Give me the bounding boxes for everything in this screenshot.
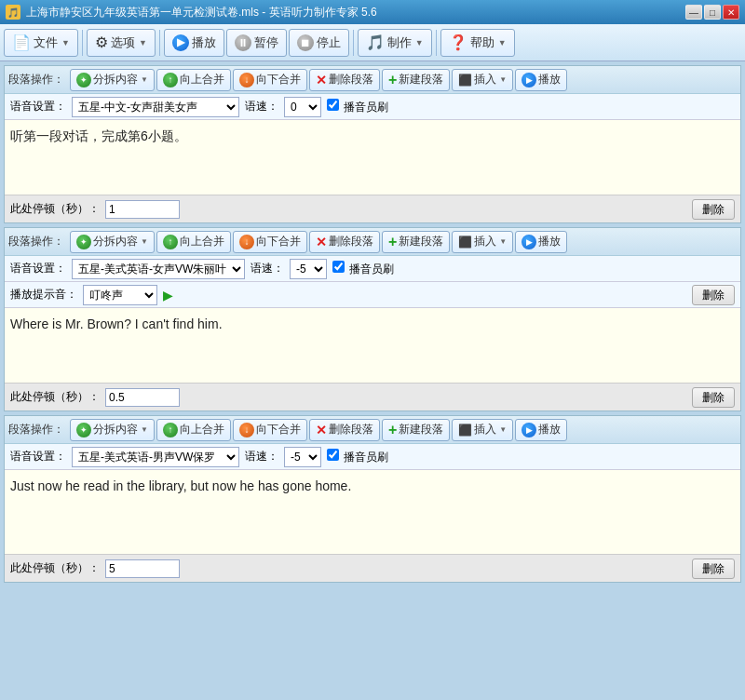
sec2-new-para-label: 新建段落	[399, 234, 443, 249]
sec2-play-btn[interactable]: ▶ 播放	[515, 231, 567, 253]
sec2-delete-para-btn[interactable]: ✕ 删除段落	[309, 231, 380, 253]
sec2-hint-play-btn[interactable]: ▶	[163, 288, 173, 303]
split-icon: ✦	[76, 73, 91, 88]
play-icon: ▶	[172, 34, 189, 51]
section-2-hint-row: 播放提示音： 叮咚声 ▶ 删除	[5, 282, 740, 308]
sep2	[159, 30, 160, 56]
sec2-delete-button[interactable]: 删除	[692, 387, 735, 408]
sec3-split-btn[interactable]: ✦ 分拆内容 ▼	[70, 419, 155, 441]
sec2-split-btn[interactable]: ✦ 分拆内容 ▼	[70, 231, 155, 253]
sec1-label: 段落操作：	[8, 72, 64, 88]
sec3-voice-select[interactable]: 五星-美式英语-男声VW保罗	[72, 447, 239, 467]
sec3-play-btn[interactable]: ▶ 播放	[515, 419, 567, 441]
sec1-new-para-btn[interactable]: + 新建段落	[382, 69, 450, 91]
file-button[interactable]: 📄 文件 ▼	[4, 29, 78, 57]
sec3-speed-label: 语速：	[245, 449, 278, 464]
sec2-refresh-check[interactable]	[332, 261, 345, 273]
minimize-button[interactable]: —	[685, 5, 702, 20]
help-button[interactable]: ❓ 帮助 ▼	[440, 29, 515, 57]
section-3-content[interactable]: Just now he read in the library, but now…	[5, 470, 740, 554]
sec2-insert-icon: ⬛	[458, 236, 472, 249]
title-bar: 🎵 上海市静安区九年级英语第一单元检测试卷.mls - 英语听力制作专家 5.6…	[0, 0, 745, 24]
sec1-play-btn[interactable]: ▶ 播放	[515, 69, 567, 91]
new-para-icon: +	[388, 72, 397, 88]
sec1-up-merge-btn[interactable]: ↑ 向上合并	[156, 69, 231, 91]
sec1-refresh-check[interactable]	[327, 99, 339, 111]
sec1-down-merge-btn[interactable]: ↓ 向下合并	[233, 69, 307, 91]
sec1-pause-label: 此处停顿（秒）：	[10, 201, 100, 217]
sec1-speed-label: 语速：	[245, 99, 278, 114]
pause-button[interactable]: ⏸ 暂停	[226, 29, 287, 57]
sec3-label: 段落操作：	[8, 422, 64, 438]
sec3-speed-select[interactable]: -5	[284, 447, 321, 467]
pause-icon: ⏸	[235, 34, 251, 51]
sec2-speed-select[interactable]: -5	[290, 259, 327, 279]
sec1-split-btn[interactable]: ✦ 分拆内容 ▼	[70, 69, 155, 91]
sec3-delete-para-label: 删除段落	[329, 422, 373, 438]
split-arrow: ▼	[141, 75, 148, 84]
sec2-down-merge-btn[interactable]: ↓ 向下合并	[233, 231, 307, 253]
sec1-delete-para-btn[interactable]: ✕ 删除段落	[309, 69, 380, 91]
delete-para-icon: ✕	[316, 73, 327, 88]
section-2: 段落操作： ✦ 分拆内容 ▼ ↑ 向上合并 ↓ 向下合并 ✕ 删除段落 + 新建…	[4, 227, 741, 411]
sec2-play-label: 播放	[538, 234, 561, 249]
sec3-play-label: 播放	[538, 422, 561, 438]
sec2-hint-select[interactable]: 叮咚声	[83, 285, 157, 305]
sec2-new-para-btn[interactable]: + 新建段落	[382, 231, 450, 253]
sec3-up-icon: ↑	[163, 423, 178, 438]
insert-arrow: ▼	[499, 75, 507, 84]
sec2-hint-delete-btn[interactable]: 删除	[692, 285, 735, 305]
sec1-play-icon: ▶	[522, 73, 536, 88]
sec1-delete-button[interactable]: 删除	[692, 199, 735, 220]
file-arrow: ▼	[61, 38, 70, 47]
main-area: 段落操作： ✦ 分拆内容 ▼ ↑ 向上合并 ↓ 向下合并 ✕ 删除段落 + 新建…	[0, 61, 745, 700]
sec2-down-merge-label: 向下合并	[256, 234, 301, 249]
section-3-pause-row: 此处停顿（秒）： 删除	[5, 554, 740, 582]
sec3-insert-arrow: ▼	[499, 425, 507, 434]
sec2-label: 段落操作：	[8, 234, 64, 249]
main-toolbar: 📄 文件 ▼ ⚙ 选项 ▼ ▶ 播放 ⏸ 暂停 ⏹ 停止 🎵 制作 ▼ ❓ 帮助…	[0, 24, 745, 61]
options-icon: ⚙	[95, 34, 108, 51]
sec2-refresh-label: 播音员刷	[332, 261, 394, 277]
sec3-delete-para-btn[interactable]: ✕ 删除段落	[309, 419, 380, 441]
make-icon: 🎵	[366, 34, 385, 51]
section-2-content[interactable]: Where is Mr. Brown? I can't find him.	[5, 308, 740, 383]
window-controls[interactable]: — □ ✕	[685, 5, 739, 20]
play-button[interactable]: ▶ 播放	[164, 29, 224, 57]
sec2-split-label: 分拆内容	[93, 234, 138, 249]
sec1-insert-btn[interactable]: ⬛ 插入 ▼	[452, 69, 513, 91]
sec3-down-merge-btn[interactable]: ↓ 向下合并	[233, 419, 307, 441]
sec3-up-merge-btn[interactable]: ↑ 向上合并	[156, 419, 231, 441]
sec3-insert-btn[interactable]: ⬛ 插入 ▼	[452, 419, 513, 441]
stop-button[interactable]: ⏹ 停止	[289, 29, 349, 57]
up-merge-icon: ↑	[163, 73, 178, 88]
options-button[interactable]: ⚙ 选项 ▼	[87, 29, 156, 57]
make-button[interactable]: 🎵 制作 ▼	[358, 29, 432, 57]
sec3-delete-button[interactable]: 删除	[692, 559, 735, 579]
sec2-play-icon: ▶	[522, 235, 536, 249]
section-3: 段落操作： ✦ 分拆内容 ▼ ↑ 向上合并 ↓ 向下合并 ✕ 删除段落 + 新建…	[4, 415, 741, 583]
insert-icon: ⬛	[458, 74, 472, 87]
sep3	[353, 30, 354, 56]
maximize-button[interactable]: □	[704, 5, 721, 20]
sec1-down-merge-label: 向下合并	[256, 72, 301, 88]
sec1-voice-select[interactable]: 五星-中文-女声甜美女声	[72, 97, 239, 117]
sec3-refresh-check[interactable]	[327, 449, 339, 461]
sec3-split-label: 分拆内容	[93, 422, 138, 438]
sec2-hint-label: 播放提示音：	[10, 287, 77, 303]
sec3-down-icon: ↓	[239, 423, 254, 438]
sec1-speed-select[interactable]: 0	[284, 97, 321, 117]
sec3-pause-input[interactable]	[105, 559, 180, 578]
sec1-up-merge-label: 向上合并	[180, 72, 224, 88]
sec3-insert-label: 插入	[474, 422, 496, 438]
sec3-split-arrow: ▼	[141, 425, 148, 434]
sec1-pause-input[interactable]	[105, 200, 180, 219]
sec2-up-merge-btn[interactable]: ↑ 向上合并	[156, 231, 231, 253]
sec2-voice-select[interactable]: 五星-美式英语-女声VW朱丽叶	[72, 259, 245, 279]
sec3-new-para-btn[interactable]: + 新建段落	[382, 419, 450, 441]
section-1-content[interactable]: 听第一段对话，完成第6小题。	[5, 120, 740, 195]
close-button[interactable]: ✕	[723, 5, 739, 20]
options-arrow: ▼	[139, 38, 147, 47]
sec2-insert-btn[interactable]: ⬛ 插入 ▼	[452, 231, 513, 253]
sec2-pause-input[interactable]	[105, 388, 180, 407]
